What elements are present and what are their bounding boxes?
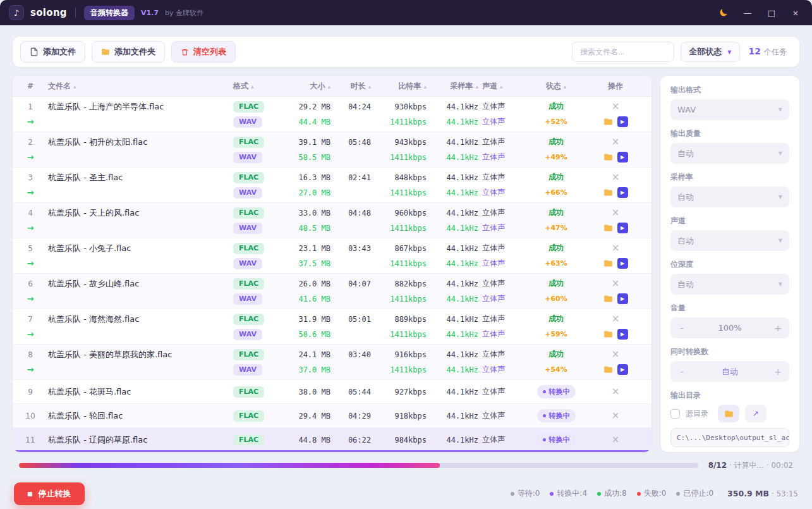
- play-file-button[interactable]: ▶: [617, 223, 628, 233]
- table-scrollbar[interactable]: [13, 450, 651, 452]
- column-header-index: #: [18, 82, 43, 90]
- theme-toggle-button[interactable]: [712, 4, 735, 21]
- remove-file-button[interactable]: ×: [612, 411, 620, 420]
- progress-section: 8/12 · 计算中... · 00:02: [19, 461, 793, 470]
- volume-decrease-button[interactable]: -: [673, 323, 691, 333]
- search-input[interactable]: [572, 42, 674, 62]
- clear-list-button[interactable]: 清空列表: [171, 41, 236, 63]
- channels-select[interactable]: 自动▼: [670, 230, 789, 251]
- maximize-button[interactable]: □: [760, 4, 783, 21]
- remove-file-button[interactable]: ×: [612, 243, 620, 253]
- index-cell: 5 →: [18, 242, 43, 269]
- concurrent-stepper: - 自动 +: [670, 361, 789, 382]
- source-format-badge: FLAC: [233, 434, 264, 446]
- channels-label: 声道: [670, 216, 789, 226]
- column-header-format[interactable]: 格式▲: [233, 81, 279, 92]
- external-arrow-icon: ↗: [753, 409, 759, 418]
- play-file-button[interactable]: ▶: [617, 293, 628, 304]
- column-header-channels[interactable]: 声道▲: [482, 81, 528, 92]
- column-header-size[interactable]: 大小▲: [279, 81, 334, 92]
- table-row[interactable]: 10 → 杭盖乐队 - 轮回.flac FLAC 29.4 MB 04:29 9…: [13, 404, 651, 428]
- filename-cell: 杭盖乐队 - 初升的太阳.flac: [43, 136, 233, 163]
- duration-cell: 04:29: [334, 410, 375, 422]
- remove-file-button[interactable]: ×: [612, 137, 620, 147]
- table-row[interactable]: 11 → 杭盖乐队 - 辽阔的草原.flac FLAC 44.8 MB 06:2…: [13, 428, 651, 452]
- open-file-folder-button[interactable]: [603, 259, 613, 268]
- remove-file-button[interactable]: ×: [612, 314, 620, 324]
- table-row[interactable]: 9 → 杭盖乐队 - 花斑马.flac FLAC 38.0 MB 05:44 9…: [13, 380, 651, 404]
- play-file-button[interactable]: ▶: [617, 329, 628, 340]
- stat-item: 成功:8: [597, 488, 627, 499]
- remove-file-button[interactable]: ×: [612, 387, 620, 396]
- status-filter-dropdown[interactable]: 全部状态 ▼: [681, 42, 739, 62]
- close-icon: ×: [792, 8, 799, 18]
- table-row[interactable]: 3 → 杭盖乐队 - 圣主.flac FLAC WAV 16.3 MB 27.0…: [13, 168, 651, 203]
- bottom-bar: ■ 停止转换 等待:0 转换中:4 成功:8 失败:0 已停止:0 350.9 …: [0, 470, 812, 509]
- channels-cell: 立体声 立体声: [482, 101, 528, 128]
- status-cell: 成功 成功 +49%: [528, 136, 585, 163]
- open-file-folder-button[interactable]: [603, 152, 613, 162]
- play-file-button[interactable]: ▶: [617, 116, 628, 127]
- table-row[interactable]: 1 → 杭盖乐队 - 上海产的半导体.flac FLAC WAV 29.2 MB…: [13, 97, 651, 132]
- open-file-folder-button[interactable]: [603, 329, 613, 339]
- index-cell: 3 →: [18, 171, 43, 199]
- column-header-samplerate[interactable]: 采样率▲: [430, 81, 482, 92]
- format-cell: FLAC WAV: [233, 136, 279, 163]
- operations-cell: × ▶: [585, 313, 646, 340]
- folder-icon: [603, 365, 613, 374]
- remove-file-button[interactable]: ×: [612, 208, 620, 218]
- volume-increase-button[interactable]: +: [769, 323, 787, 333]
- open-file-folder-button[interactable]: [603, 365, 613, 374]
- status-converting-badge: 转换中: [537, 433, 576, 446]
- index-cell: 7 →: [18, 313, 43, 340]
- open-file-folder-button[interactable]: [603, 294, 613, 304]
- table-row[interactable]: 5 → 杭盖乐队 - 小兔子.flac FLAC WAV 23.1 MB 37.…: [13, 238, 651, 274]
- concurrent-decrease-button[interactable]: -: [673, 367, 691, 377]
- play-file-button[interactable]: ▶: [617, 364, 628, 375]
- add-file-button[interactable]: 添加文件: [20, 41, 85, 63]
- table-row[interactable]: 2 → 杭盖乐队 - 初升的太阳.flac FLAC WAV 39.1 MB 5…: [13, 132, 651, 168]
- minimize-button[interactable]: —: [736, 4, 759, 21]
- table-row[interactable]: 6 → 杭盖乐队 - 故乡山峰.flac FLAC WAV 26.0 MB 41…: [13, 274, 651, 309]
- format-cell: FLAC WAV: [233, 101, 279, 128]
- duration-cell: 05:44: [334, 386, 375, 398]
- remove-file-button[interactable]: ×: [612, 102, 620, 111]
- choose-folder-button[interactable]: [718, 405, 739, 422]
- output-format-select[interactable]: WAV▼: [670, 99, 789, 120]
- play-icon: ▶: [621, 367, 624, 372]
- open-file-folder-button[interactable]: [603, 117, 613, 126]
- table-row[interactable]: 7 → 杭盖乐队 - 海然海然.flac FLAC WAV 31.9 MB 50…: [13, 309, 651, 345]
- open-file-folder-button[interactable]: [603, 188, 613, 197]
- play-file-button[interactable]: ▶: [617, 258, 628, 269]
- close-button[interactable]: ×: [784, 4, 807, 21]
- stat-item: 转换中:4: [550, 488, 587, 499]
- index-cell: 10 →: [18, 410, 43, 422]
- open-file-folder-button[interactable]: [603, 223, 613, 233]
- source-format-badge: FLAC: [233, 101, 264, 113]
- remove-file-button[interactable]: ×: [612, 350, 620, 359]
- remove-file-button[interactable]: ×: [612, 173, 620, 182]
- column-header-duration[interactable]: 时长▲: [334, 81, 375, 92]
- output-quality-select[interactable]: 自动▼: [670, 143, 789, 164]
- concurrent-increase-button[interactable]: +: [769, 367, 787, 377]
- column-header-filename[interactable]: 文件名▲: [43, 81, 233, 92]
- main-area: # 文件名▲ 格式▲ 大小▲ 时长▲ 比特率▲ 采样率▲ 声道▲ 状态▲ 操作 …: [13, 76, 799, 452]
- source-dir-checkbox[interactable]: [670, 409, 680, 419]
- target-format-badge: WAV: [233, 364, 262, 376]
- column-header-bitrate[interactable]: 比特率▲: [375, 81, 430, 92]
- open-output-dir-button[interactable]: ↗: [745, 405, 767, 422]
- sample-rate-select[interactable]: 自动▼: [670, 187, 789, 207]
- column-header-status[interactable]: 状态▲: [528, 81, 585, 92]
- add-folder-button[interactable]: 添加文件夹: [92, 41, 165, 63]
- output-path-field[interactable]: C:\...\Desktop\output_sl_ac: [670, 428, 789, 447]
- play-file-button[interactable]: ▶: [617, 187, 628, 198]
- remove-file-button[interactable]: ×: [612, 435, 620, 445]
- bit-depth-select[interactable]: 自动▼: [670, 274, 789, 295]
- duration-cell: 05:48: [334, 136, 375, 163]
- play-file-button[interactable]: ▶: [617, 152, 628, 163]
- table-row[interactable]: 4 → 杭盖乐队 - 天上的风.flac FLAC WAV 33.0 MB 48…: [13, 203, 651, 238]
- sort-asc-icon: ▲: [368, 84, 371, 89]
- remove-file-button[interactable]: ×: [612, 279, 620, 288]
- table-row[interactable]: 8 → 杭盖乐队 - 美丽的草原我的家.flac FLAC WAV 24.1 M…: [13, 345, 651, 380]
- stop-conversion-button[interactable]: ■ 停止转换: [14, 482, 85, 505]
